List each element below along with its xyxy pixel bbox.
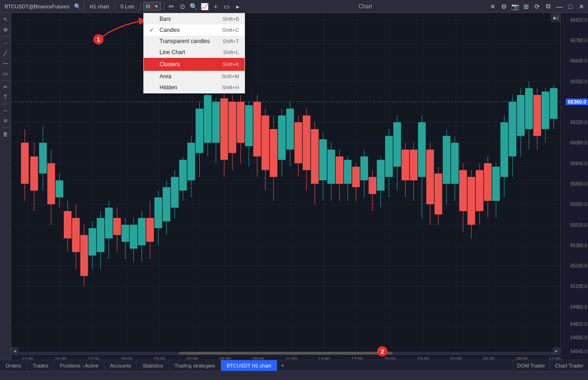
svg-rect-122 [352,167,360,187]
menu-item-label: Hidden [159,84,219,91]
left-toolbar: ↖ ⊕ → ╱ — ▭ ✏ T ↔ ≋ 🗑 [0,13,11,364]
menu-item-candles[interactable]: ✓ Candles Shift+C [144,25,245,36]
bottom-tabs: Orders Trades Positions - Active Account… [0,360,588,371]
camera-icon[interactable]: 📷 [510,2,520,11]
close-icon[interactable]: ✕ [488,2,497,11]
tool-separator-2 [2,80,9,81]
svg-rect-140 [426,150,434,204]
arrow-tool[interactable]: → [1,38,10,48]
toolbar-separator [84,3,84,10]
svg-rect-66 [122,225,129,242]
delete-tool[interactable]: 🗑 [1,130,10,139]
svg-rect-88 [212,102,220,143]
symbol-label[interactable]: BTCUSDT@BinanceFutures [2,3,72,10]
magnet-icon[interactable]: ⊙ [178,2,187,11]
cursor-tool[interactable]: ↖ [1,15,10,24]
menu-item-label: Clusters [159,61,219,68]
svg-rect-110 [303,115,311,170]
toolbar-separator-2 [115,3,115,10]
scroll-thumb[interactable] [179,352,392,355]
svg-rect-142 [435,174,442,215]
price-label: 64820.0 [570,321,587,326]
expand-icon[interactable]: ⊞ [521,2,531,11]
svg-rect-96 [245,105,253,146]
svg-rect-98 [253,102,261,156]
toolbar-separator-4 [164,3,164,10]
more-icon[interactable]: ▸ [233,2,243,11]
search-icon[interactable]: 🔍 [74,3,81,10]
chart-area[interactable] [11,13,560,355]
menu-item-bars[interactable]: Bars Shift+B [144,13,245,25]
check-icon: ✓ [149,27,156,33]
timeframe-selector[interactable]: H1 chart [87,3,112,10]
pencil-icon[interactable]: ✏ [167,2,176,11]
tab-trading-strategies[interactable]: Trading strategies [169,360,221,371]
crosshair-icon[interactable]: + [211,2,220,11]
price-label: 65800.0 [570,181,587,187]
svg-rect-52 [64,211,72,238]
price-label: 64960.0 [570,304,587,309]
menu-item-transparent-candles[interactable]: Transparent candles Shift+T [144,36,245,47]
measure-tool[interactable]: ↔ [1,106,10,115]
svg-rect-58 [89,228,97,255]
scroll-right-button[interactable]: ► [553,347,560,355]
goto-end-button[interactable]: ▶| [551,13,560,22]
maximize-icon[interactable]: □ [566,2,575,11]
tab-add-button[interactable]: + [277,360,288,371]
svg-rect-74 [154,198,162,228]
rect-tool[interactable]: ▭ [1,69,10,78]
price-label: 66080.0 [570,140,587,145]
dom-trader-button[interactable]: DOM Trader [512,360,550,371]
tab-statistics[interactable]: Statistics [137,360,169,371]
chart-trader-button[interactable]: Chart Trader [550,360,588,371]
tab-trades[interactable]: Trades [27,360,55,371]
lots-selector[interactable]: 0 Lots [118,3,137,10]
tab-btcusdt-h1[interactable]: BTCUSDT H1 chart [221,360,277,371]
menu-item-line-chart[interactable]: Line Chart Shift+L [144,47,245,58]
svg-rect-154 [484,163,492,201]
svg-rect-94 [237,102,245,143]
tab-orders[interactable]: Orders [0,360,27,371]
dropdown-arrow: ▼ [154,4,159,9]
svg-rect-128 [377,160,385,190]
chart-type-button[interactable]: ▼ [143,2,161,11]
rectangle-icon[interactable]: ▭ [222,2,232,11]
svg-rect-148 [459,170,467,211]
menu-item-clusters[interactable]: Clusters Shift+K [144,59,245,70]
crosshair-tool[interactable]: ⊕ [1,25,10,34]
status-bar [0,371,588,380]
hline-tool[interactable]: — [1,59,10,68]
minimize-icon[interactable]: — [555,2,564,11]
menu-item-hidden[interactable]: Hidden Shift+H [144,82,245,93]
sync-icon[interactable]: ⟳ [533,2,542,11]
scroll-left-button[interactable]: ◄ [11,347,18,355]
svg-rect-70 [138,218,146,245]
price-label: 64680.0 [570,335,587,340]
settings-icon[interactable]: ⚙ [499,2,508,11]
detach-icon[interactable]: ⧉ [544,2,553,11]
tab-accounts[interactable]: Accounts [104,360,137,371]
svg-rect-42 [21,143,29,184]
fibonacci-tool[interactable]: ≋ [1,116,10,125]
window-close-icon[interactable]: ✕ [577,2,586,11]
svg-rect-56 [80,235,88,276]
line-tool[interactable]: ╱ [1,49,10,58]
svg-rect-104 [278,115,286,160]
svg-rect-90 [220,99,228,160]
chart-title: Chart [245,3,486,10]
pencil-tool[interactable]: ✏ [1,82,10,92]
svg-rect-92 [228,102,236,153]
svg-rect-3 [148,5,150,8]
svg-rect-84 [196,109,203,153]
tab-positions-active[interactable]: Positions - Active [54,360,104,371]
zoom-icon[interactable]: 🔍 [189,2,198,11]
price-label: 65380.0 [570,243,587,248]
menu-item-area[interactable]: Area Shift+M [144,71,245,82]
svg-rect-72 [146,218,154,242]
text-tool[interactable]: T [1,93,10,102]
scroll-track[interactable] [18,352,553,355]
chart-icon[interactable]: 📈 [200,2,209,11]
shortcut-label: Shift+H [222,85,239,90]
svg-rect-82 [187,143,195,180]
svg-rect-138 [418,122,426,177]
